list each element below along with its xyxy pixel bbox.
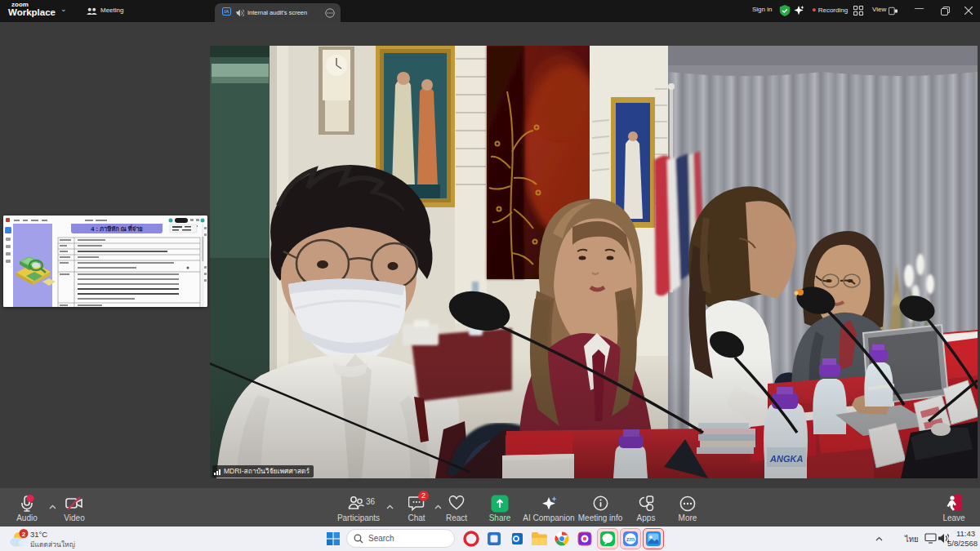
- svg-text:zm: zm: [626, 535, 635, 543]
- svg-text:4 : ภาษีหัก ณ ที่จ่าย: 4 : ภาษีหัก ณ ที่จ่าย: [91, 224, 143, 233]
- svg-text:2: 2: [22, 531, 26, 538]
